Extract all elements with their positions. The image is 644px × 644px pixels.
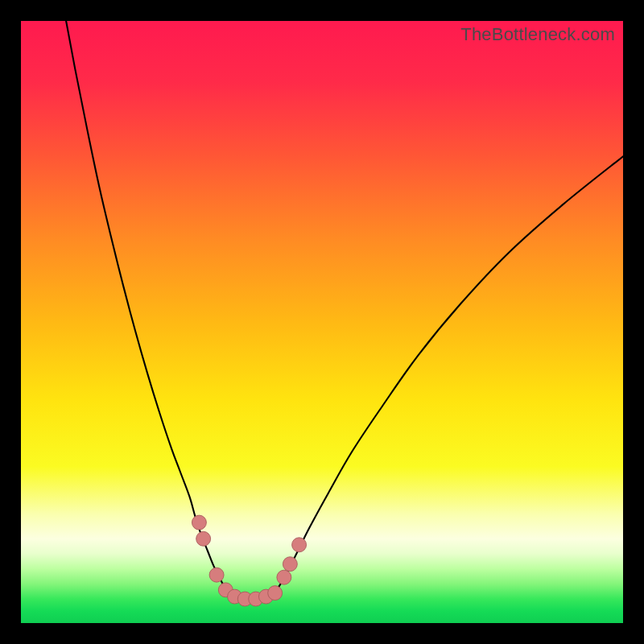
marker-point [192,515,206,530]
marker-point [268,586,283,601]
marker-point [209,568,224,582]
plot-area: TheBottleneck.com [21,21,623,623]
marker-point [277,570,291,584]
series-right-curve [279,156,623,587]
marker-point [196,531,211,546]
series-left-curve [66,21,225,587]
curves-layer [21,21,623,623]
marker-point [283,557,297,572]
line-series-group [66,21,623,601]
marker-points-group [192,515,306,606]
marker-point [292,538,307,552]
chart-frame: TheBottleneck.com [0,0,644,644]
